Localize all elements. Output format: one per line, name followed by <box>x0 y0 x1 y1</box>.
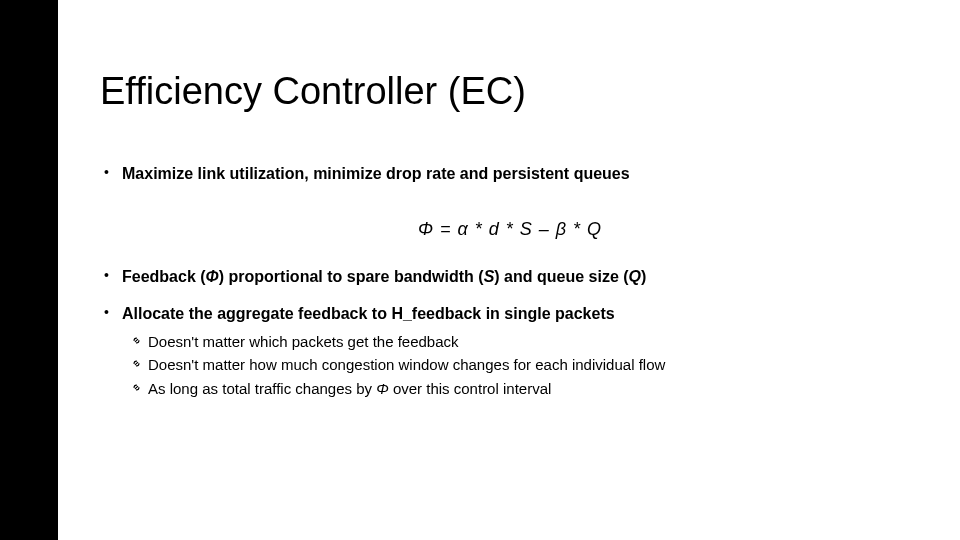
sub-c-p2: over this control interval <box>389 380 552 397</box>
bullet-3-text: Allocate the aggregate feedback to H_fee… <box>122 305 615 322</box>
bullet-list: Maximize link utilization, minimize drop… <box>100 163 920 185</box>
sub-c-phi: Φ <box>376 380 389 397</box>
formula-eq: = <box>434 219 458 239</box>
link-icon <box>130 357 143 370</box>
formula-mid2: * Q <box>567 219 602 239</box>
sub-a-text: Doesn't matter which packets get the fee… <box>148 333 459 350</box>
b2-p1: Feedback ( <box>122 268 206 285</box>
slide: Efficiency Controller (EC) Maximize link… <box>0 0 960 540</box>
sub-b-text: Doesn't matter how much congestion windo… <box>148 356 665 373</box>
formula-mid1: * d * S – <box>469 219 556 239</box>
bullet-list-2: Feedback (Φ) proportional to spare bandw… <box>100 266 920 401</box>
b2-s: S <box>484 268 495 285</box>
b2-q: Q <box>629 268 641 285</box>
link-icon <box>130 334 143 347</box>
side-strip <box>0 0 58 540</box>
sub-item-c: As long as total traffic changes by Φ ov… <box>130 378 920 401</box>
formula-alpha: α <box>457 219 468 239</box>
b2-p4: ) and queue size ( <box>494 268 628 285</box>
b2-p3: to spare bandwidth ( <box>323 268 484 285</box>
sub-list: Doesn't matter which packets get the fee… <box>130 331 920 401</box>
b2-p2: ) <box>219 268 229 285</box>
sub-c-p1: As long as total traffic changes by <box>148 380 376 397</box>
link-icon <box>130 381 143 394</box>
b2-prop: proportional <box>229 268 323 285</box>
bullet-item-3: Allocate the aggregate feedback to H_fee… <box>100 303 920 400</box>
slide-title: Efficiency Controller (EC) <box>100 70 920 113</box>
sub-item-a: Doesn't matter which packets get the fee… <box>130 331 920 354</box>
bullet-1-text: Maximize link utilization, minimize drop… <box>122 165 630 182</box>
b2-phi: Φ <box>206 268 219 285</box>
formula: Φ = α * d * S – β * Q <box>100 219 920 240</box>
formula-beta: β <box>556 219 567 239</box>
formula-phi: Φ <box>418 219 434 239</box>
b2-p5: ) <box>641 268 646 285</box>
sub-item-b: Doesn't matter how much congestion windo… <box>130 354 920 377</box>
slide-content: Efficiency Controller (EC) Maximize link… <box>100 70 920 422</box>
bullet-item-2: Feedback (Φ) proportional to spare bandw… <box>100 266 920 288</box>
bullet-item-1: Maximize link utilization, minimize drop… <box>100 163 920 185</box>
